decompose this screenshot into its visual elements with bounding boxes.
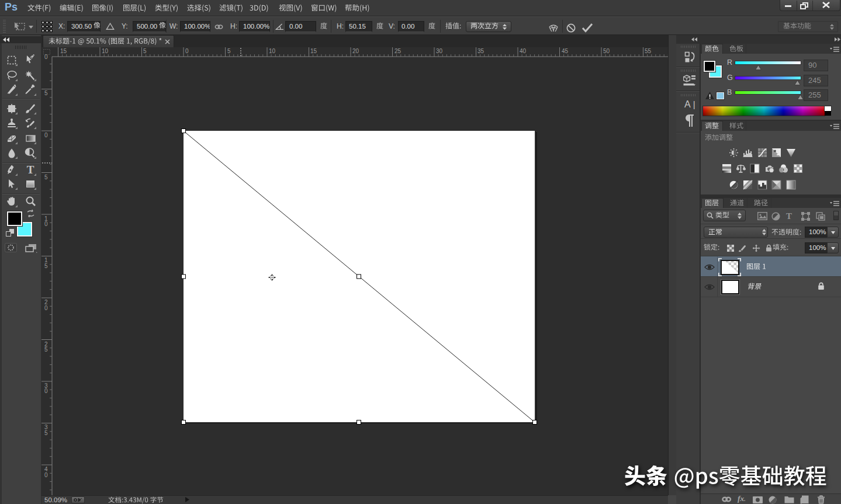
- svg-text:0: 0: [44, 388, 48, 394]
- svg-text:20: 20: [352, 48, 359, 54]
- svg-text:5: 5: [143, 48, 147, 54]
- svg-text:25: 25: [394, 48, 402, 54]
- svg-text:0: 0: [44, 54, 48, 60]
- svg-text:5: 5: [44, 346, 48, 353]
- svg-text:15: 15: [60, 48, 67, 54]
- svg-text:10: 10: [102, 48, 109, 54]
- svg-text:45: 45: [562, 48, 569, 54]
- svg-text:T: T: [27, 164, 34, 176]
- svg-text:0: 0: [44, 472, 48, 478]
- svg-text:50: 50: [603, 48, 610, 54]
- svg-text:0: 0: [44, 132, 48, 138]
- svg-text:5: 5: [44, 90, 48, 96]
- svg-text:5: 5: [44, 174, 48, 180]
- svg-text:0: 0: [44, 221, 48, 227]
- svg-text:0: 0: [185, 48, 189, 54]
- svg-text:5: 5: [227, 48, 231, 54]
- svg-text:30: 30: [436, 48, 443, 54]
- svg-text:10: 10: [269, 48, 276, 54]
- svg-text:15: 15: [310, 48, 317, 54]
- svg-text:5: 5: [44, 263, 48, 269]
- svg-text:55: 55: [645, 48, 652, 54]
- svg-text:40: 40: [520, 48, 527, 54]
- svg-text:0: 0: [44, 305, 48, 311]
- svg-text:35: 35: [477, 48, 484, 54]
- svg-text:5: 5: [44, 430, 48, 436]
